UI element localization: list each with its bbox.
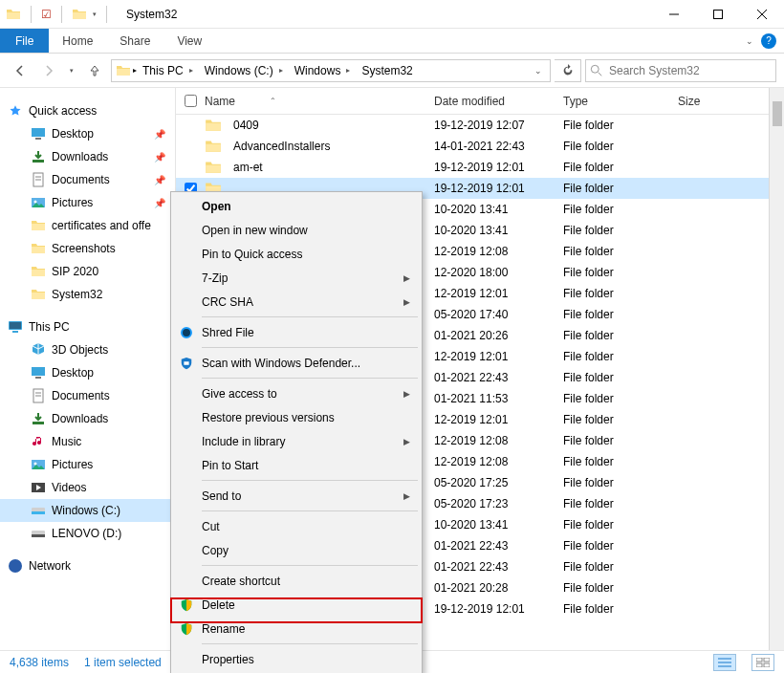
this-pc[interactable]: This PC: [0, 315, 175, 338]
row-size: [678, 577, 754, 598]
quick-access[interactable]: Quick access: [0, 99, 175, 122]
row-type: File folder: [563, 535, 678, 556]
row-type: File folder: [563, 367, 678, 388]
sidebar-pc-item[interactable]: Music: [0, 430, 175, 453]
context-item[interactable]: Cut: [173, 514, 420, 538]
context-item[interactable]: Pin to Start: [173, 453, 420, 477]
refresh-button[interactable]: [555, 59, 581, 82]
row-size: [678, 598, 754, 619]
crumb-windows[interactable]: Windows▸: [291, 64, 357, 77]
sidebar-quick-item[interactable]: SIP 2020: [0, 260, 175, 283]
sidebar-pc-item[interactable]: Documents: [0, 384, 175, 407]
context-item[interactable]: Scan with Windows Defender...: [173, 351, 420, 375]
sidebar-quick-item[interactable]: System32: [0, 283, 175, 306]
sidebar-pc-item[interactable]: 3D Objects: [0, 338, 175, 361]
context-item[interactable]: Create shortcut: [173, 569, 420, 593]
item-icon: [31, 287, 46, 302]
recent-locations-button[interactable]: ▾: [65, 58, 78, 83]
context-item[interactable]: Copy: [173, 538, 420, 562]
file-row[interactable]: 040919-12-2019 12:07File folder: [176, 115, 784, 136]
search-input[interactable]: [609, 64, 772, 77]
sidebar-quick-item[interactable]: Screenshots: [0, 237, 175, 260]
pin-icon: 📌: [154, 198, 165, 208]
row-size: [678, 220, 754, 241]
forward-button[interactable]: [36, 58, 61, 83]
row-date: 01-2021 20:28: [434, 577, 563, 598]
context-item[interactable]: Rename: [173, 617, 420, 640]
scrollbar[interactable]: [769, 88, 784, 650]
row-size: [678, 451, 754, 472]
row-type: File folder: [563, 304, 678, 325]
row-date: 05-2020 17:25: [434, 472, 563, 493]
sidebar-pc-item[interactable]: Videos: [0, 476, 175, 499]
thumbnails-view-button[interactable]: [751, 654, 774, 671]
qat-dropdown-icon[interactable]: ▾: [93, 11, 97, 18]
row-size: [678, 136, 754, 157]
svg-rect-1: [714, 10, 723, 18]
crumb-system32[interactable]: System32: [358, 64, 416, 77]
address-bar[interactable]: ▸ This PC▸ Windows (C:)▸ Windows▸ System…: [111, 59, 551, 82]
sidebar-pc-item[interactable]: Pictures: [0, 453, 175, 476]
defender-icon: [179, 356, 194, 371]
file-tab[interactable]: File: [0, 29, 49, 53]
row-size: [678, 409, 754, 430]
scrollbar-thumb[interactable]: [773, 101, 782, 126]
header-type[interactable]: Type: [563, 88, 678, 114]
row-date: 10-2020 13:41: [434, 514, 563, 535]
sidebar-quick-item[interactable]: Downloads📌: [0, 145, 175, 168]
context-item[interactable]: Restore previous versions: [173, 405, 420, 429]
quick-access-toolbar: ☑ ▾: [0, 6, 117, 23]
file-row[interactable]: am-et19-12-2019 12:01File folder: [176, 157, 784, 178]
header-name[interactable]: Name⌃: [205, 88, 434, 114]
sidebar-quick-item[interactable]: certificates and offe: [0, 214, 175, 237]
shred-icon: [179, 325, 194, 340]
help-icon[interactable]: ?: [761, 33, 776, 49]
view-tab[interactable]: View: [163, 29, 215, 53]
crumb-thispc[interactable]: This PC▸: [139, 64, 199, 77]
context-item[interactable]: Shred File: [173, 320, 420, 344]
sidebar-pc-item[interactable]: LENOVO (D:): [0, 522, 175, 545]
header-check[interactable]: [176, 88, 205, 114]
context-item[interactable]: Delete: [173, 593, 420, 617]
context-item[interactable]: Give access to▶: [173, 381, 420, 405]
row-date: 19-12-2019 12:01: [434, 598, 563, 619]
context-item[interactable]: Include in library▶: [173, 429, 420, 453]
minimize-button[interactable]: [652, 0, 696, 29]
row-size: [678, 367, 754, 388]
sidebar-pc-item[interactable]: Downloads: [0, 407, 175, 430]
header-size[interactable]: Size: [678, 88, 754, 114]
up-button[interactable]: [82, 58, 107, 83]
home-tab[interactable]: Home: [49, 29, 106, 53]
sidebar-quick-item[interactable]: Documents📌: [0, 168, 175, 191]
context-item[interactable]: 7-Zip▶: [173, 266, 420, 290]
qat-checkbox-icon[interactable]: ☑: [41, 8, 52, 21]
context-item[interactable]: Open: [173, 194, 420, 218]
context-item[interactable]: Open in new window: [173, 218, 420, 242]
row-date: 01-2021 11:53: [434, 388, 563, 409]
context-item[interactable]: Send to▶: [173, 484, 420, 508]
context-item[interactable]: Properties: [173, 647, 420, 671]
crumb-c[interactable]: Windows (C:)▸: [201, 64, 289, 77]
row-size: [678, 178, 754, 199]
ribbon-expand-icon[interactable]: ⌄: [746, 36, 753, 46]
header-date[interactable]: Date modified: [434, 88, 563, 114]
sidebar-pc-item[interactable]: Desktop: [0, 361, 175, 384]
network[interactable]: Network: [0, 554, 175, 577]
submenu-arrow-icon: ▶: [403, 389, 410, 399]
sidebar-pc-item[interactable]: Windows (C:): [0, 499, 175, 522]
maximize-button[interactable]: [696, 0, 740, 29]
close-button[interactable]: [740, 0, 784, 29]
sidebar-quick-item[interactable]: Desktop📌: [0, 122, 175, 145]
svg-rect-35: [756, 663, 762, 667]
sidebar-quick-item[interactable]: Pictures📌: [0, 191, 175, 214]
back-button[interactable]: [8, 58, 33, 83]
context-item[interactable]: Pin to Quick access: [173, 242, 420, 266]
address-dropdown-icon[interactable]: ⌄: [531, 66, 546, 76]
share-tab[interactable]: Share: [106, 29, 163, 53]
context-item[interactable]: CRC SHA▶: [173, 290, 420, 314]
svg-rect-34: [764, 658, 770, 662]
file-row[interactable]: AdvancedInstallers14-01-2021 22:43File f…: [176, 136, 784, 157]
details-view-button[interactable]: [713, 654, 736, 671]
search-box[interactable]: [585, 59, 776, 82]
item-icon: [31, 241, 46, 256]
